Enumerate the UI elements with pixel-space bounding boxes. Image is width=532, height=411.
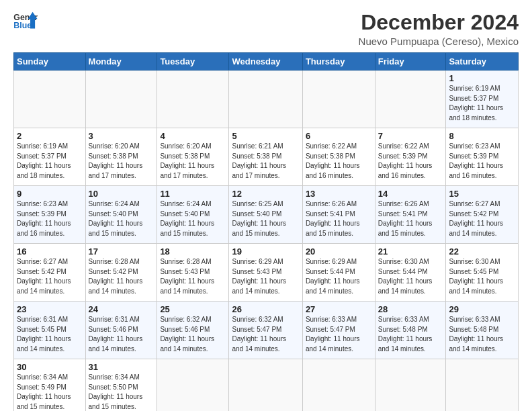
table-row: 6Sunrise: 6:22 AM Sunset: 5:38 PM Daylig…: [302, 128, 375, 186]
day-detail: Sunrise: 6:29 AM Sunset: 5:44 PM Dayligh…: [306, 257, 372, 296]
day-number: 2: [17, 131, 83, 141]
day-number: 3: [89, 131, 154, 141]
table-row: [229, 71, 302, 128]
table-row: 30Sunrise: 6:34 AM Sunset: 5:49 PM Dayli…: [14, 359, 86, 411]
day-detail: Sunrise: 6:28 AM Sunset: 5:42 PM Dayligh…: [89, 257, 154, 296]
col-wednesday: Wednesday: [229, 53, 302, 71]
day-number: 23: [17, 304, 83, 314]
day-detail: Sunrise: 6:23 AM Sunset: 5:39 PM Dayligh…: [449, 142, 515, 181]
table-row: 16Sunrise: 6:27 AM Sunset: 5:42 PM Dayli…: [14, 244, 86, 302]
table-row: 29Sunrise: 6:33 AM Sunset: 5:48 PM Dayli…: [446, 302, 519, 359]
day-detail: Sunrise: 6:19 AM Sunset: 5:37 PM Dayligh…: [17, 142, 83, 181]
day-detail: Sunrise: 6:21 AM Sunset: 5:38 PM Dayligh…: [232, 142, 299, 181]
table-row: 11Sunrise: 6:24 AM Sunset: 5:40 PM Dayli…: [157, 186, 229, 244]
day-detail: Sunrise: 6:22 AM Sunset: 5:38 PM Dayligh…: [306, 142, 372, 181]
day-detail: Sunrise: 6:30 AM Sunset: 5:45 PM Dayligh…: [449, 257, 515, 296]
table-row: 28Sunrise: 6:33 AM Sunset: 5:48 PM Dayli…: [375, 302, 446, 359]
table-row: [302, 359, 375, 411]
table-row: 23Sunrise: 6:31 AM Sunset: 5:45 PM Dayli…: [14, 302, 86, 359]
table-row: 17Sunrise: 6:28 AM Sunset: 5:42 PM Dayli…: [85, 244, 157, 302]
table-row: 8Sunrise: 6:23 AM Sunset: 5:39 PM Daylig…: [446, 128, 519, 186]
table-row: [375, 359, 446, 411]
day-detail: Sunrise: 6:23 AM Sunset: 5:39 PM Dayligh…: [17, 199, 83, 238]
day-number: 4: [160, 131, 226, 141]
table-row: 1Sunrise: 6:19 AM Sunset: 5:37 PM Daylig…: [446, 71, 519, 128]
table-row: [157, 71, 229, 128]
day-number: 8: [449, 131, 515, 141]
title-section: December 2024 Nuevo Pumpuapa (Cereso), M…: [359, 11, 519, 47]
table-row: 22Sunrise: 6:30 AM Sunset: 5:45 PM Dayli…: [446, 244, 519, 302]
day-detail: Sunrise: 6:29 AM Sunset: 5:43 PM Dayligh…: [232, 257, 299, 296]
calendar-week-row: 1Sunrise: 6:19 AM Sunset: 5:37 PM Daylig…: [14, 71, 519, 128]
day-detail: Sunrise: 6:20 AM Sunset: 5:38 PM Dayligh…: [89, 142, 154, 181]
col-monday: Monday: [85, 53, 157, 71]
day-detail: Sunrise: 6:24 AM Sunset: 5:40 PM Dayligh…: [160, 199, 226, 238]
day-detail: Sunrise: 6:20 AM Sunset: 5:38 PM Dayligh…: [160, 142, 226, 181]
day-number: 17: [89, 246, 154, 257]
day-number: 6: [306, 131, 372, 141]
subtitle: Nuevo Pumpuapa (Cereso), Mexico: [359, 36, 519, 47]
table-row: 25Sunrise: 6:32 AM Sunset: 5:46 PM Dayli…: [157, 302, 229, 359]
day-number: 22: [449, 246, 515, 257]
day-number: 5: [232, 131, 299, 141]
day-detail: Sunrise: 6:26 AM Sunset: 5:41 PM Dayligh…: [306, 199, 372, 238]
day-detail: Sunrise: 6:28 AM Sunset: 5:43 PM Dayligh…: [160, 257, 226, 296]
day-detail: Sunrise: 6:31 AM Sunset: 5:45 PM Dayligh…: [17, 315, 83, 354]
svg-text:Blue: Blue: [13, 21, 32, 30]
day-detail: Sunrise: 6:32 AM Sunset: 5:46 PM Dayligh…: [160, 315, 226, 354]
table-row: 26Sunrise: 6:32 AM Sunset: 5:47 PM Dayli…: [229, 302, 302, 359]
day-number: 13: [306, 189, 372, 199]
day-detail: Sunrise: 6:31 AM Sunset: 5:46 PM Dayligh…: [89, 315, 154, 354]
table-row: [157, 359, 229, 411]
table-row: 2Sunrise: 6:19 AM Sunset: 5:37 PM Daylig…: [14, 128, 86, 186]
day-number: 12: [232, 189, 299, 199]
table-row: 4Sunrise: 6:20 AM Sunset: 5:38 PM Daylig…: [157, 128, 229, 186]
table-row: 24Sunrise: 6:31 AM Sunset: 5:46 PM Dayli…: [85, 302, 157, 359]
col-friday: Friday: [375, 53, 446, 71]
day-detail: Sunrise: 6:30 AM Sunset: 5:44 PM Dayligh…: [378, 257, 443, 296]
table-row: 19Sunrise: 6:29 AM Sunset: 5:43 PM Dayli…: [229, 244, 302, 302]
day-number: 20: [306, 246, 372, 257]
page: General Blue December 2024 Nuevo Pumpuap…: [0, 0, 532, 411]
day-detail: Sunrise: 6:24 AM Sunset: 5:40 PM Dayligh…: [89, 199, 154, 238]
day-detail: Sunrise: 6:25 AM Sunset: 5:40 PM Dayligh…: [232, 199, 299, 238]
day-number: 16: [17, 246, 83, 257]
day-number: 28: [378, 304, 443, 314]
table-row: 20Sunrise: 6:29 AM Sunset: 5:44 PM Dayli…: [302, 244, 375, 302]
header: General Blue December 2024 Nuevo Pumpuap…: [13, 11, 519, 47]
day-number: 31: [89, 362, 154, 372]
table-row: 15Sunrise: 6:27 AM Sunset: 5:42 PM Dayli…: [446, 186, 519, 244]
day-number: 18: [160, 246, 226, 257]
calendar-table: Sunday Monday Tuesday Wednesday Thursday…: [13, 52, 519, 411]
table-row: 14Sunrise: 6:26 AM Sunset: 5:41 PM Dayli…: [375, 186, 446, 244]
col-tuesday: Tuesday: [157, 53, 229, 71]
table-row: 18Sunrise: 6:28 AM Sunset: 5:43 PM Dayli…: [157, 244, 229, 302]
table-row: 27Sunrise: 6:33 AM Sunset: 5:47 PM Dayli…: [302, 302, 375, 359]
day-detail: Sunrise: 6:19 AM Sunset: 5:37 PM Dayligh…: [449, 84, 515, 123]
day-number: 11: [160, 189, 226, 199]
day-detail: Sunrise: 6:33 AM Sunset: 5:48 PM Dayligh…: [449, 315, 515, 354]
table-row: 13Sunrise: 6:26 AM Sunset: 5:41 PM Dayli…: [302, 186, 375, 244]
calendar-week-row: 30Sunrise: 6:34 AM Sunset: 5:49 PM Dayli…: [14, 359, 519, 411]
table-row: 9Sunrise: 6:23 AM Sunset: 5:39 PM Daylig…: [14, 186, 86, 244]
calendar-week-row: 23Sunrise: 6:31 AM Sunset: 5:45 PM Dayli…: [14, 302, 519, 359]
table-row: [446, 359, 519, 411]
day-number: 27: [306, 304, 372, 314]
day-detail: Sunrise: 6:27 AM Sunset: 5:42 PM Dayligh…: [17, 257, 83, 296]
table-row: 7Sunrise: 6:22 AM Sunset: 5:39 PM Daylig…: [375, 128, 446, 186]
main-title: December 2024: [359, 11, 519, 34]
calendar-week-row: 9Sunrise: 6:23 AM Sunset: 5:39 PM Daylig…: [14, 186, 519, 244]
col-saturday: Saturday: [446, 53, 519, 71]
table-row: 5Sunrise: 6:21 AM Sunset: 5:38 PM Daylig…: [229, 128, 302, 186]
day-number: 30: [17, 362, 83, 372]
day-number: 21: [378, 246, 443, 257]
day-number: 19: [232, 246, 299, 257]
day-number: 9: [17, 189, 83, 199]
calendar-week-row: 2Sunrise: 6:19 AM Sunset: 5:37 PM Daylig…: [14, 128, 519, 186]
table-row: [375, 71, 446, 128]
day-number: 1: [449, 73, 515, 83]
day-detail: Sunrise: 6:33 AM Sunset: 5:47 PM Dayligh…: [306, 315, 372, 354]
day-number: 24: [89, 304, 154, 314]
calendar-week-row: 16Sunrise: 6:27 AM Sunset: 5:42 PM Dayli…: [14, 244, 519, 302]
day-number: 14: [378, 189, 443, 199]
